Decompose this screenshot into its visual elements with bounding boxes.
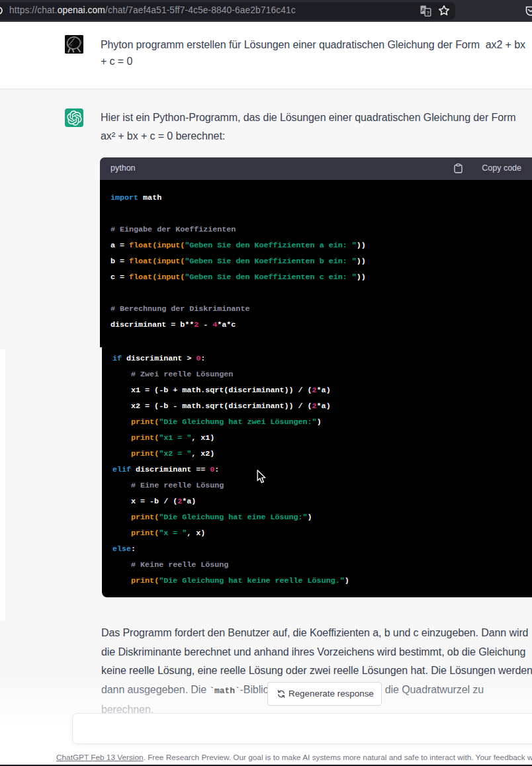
svg-text:?: ? — [426, 10, 429, 16]
